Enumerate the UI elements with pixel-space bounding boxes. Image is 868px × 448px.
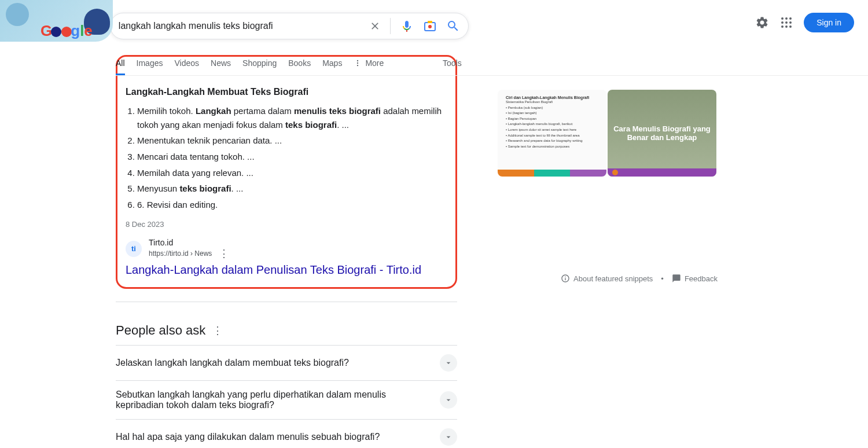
- featured-snippet-date: 8 Dec 2023: [126, 220, 447, 229]
- search-input[interactable]: [119, 21, 369, 31]
- source-url: https://tirto.id › News: [149, 249, 212, 258]
- featured-snippet-heading: Langkah-Langkah Membuat Teks Biografi: [126, 87, 447, 97]
- tab-more[interactable]: More: [354, 53, 384, 75]
- tab-shopping[interactable]: Shopping: [242, 53, 277, 75]
- svg-point-7: [785, 21, 788, 24]
- svg-point-8: [789, 21, 792, 24]
- more-vertical-icon: [354, 59, 362, 67]
- svg-point-14: [357, 65, 358, 66]
- result-image-thumbnail[interactable]: Cara Menulis Biografi yang Benar dan Len…: [608, 90, 716, 177]
- paa-question[interactable]: Hal hal apa saja yang dilakukan dalam me…: [116, 419, 457, 448]
- apps-icon[interactable]: [779, 16, 793, 30]
- paa-title: People also ask: [116, 323, 205, 338]
- clear-icon[interactable]: [369, 20, 381, 32]
- chevron-down-icon: [440, 391, 457, 409]
- svg-point-4: [785, 17, 788, 20]
- settings-icon[interactable]: [755, 16, 769, 30]
- featured-snippet-list: Memilih tokoh. Langkah pertama dalam men…: [137, 103, 447, 213]
- list-item: Menyusun teks biografi. ...: [137, 181, 447, 197]
- result-menu-icon[interactable]: ⋮: [215, 247, 233, 260]
- svg-point-13: [357, 63, 358, 64]
- svg-point-10: [785, 25, 788, 28]
- paa-question-text: Hal hal apa saja yang dilakukan dalam me…: [116, 432, 440, 442]
- chevron-down-icon: [440, 428, 457, 446]
- paa-question[interactable]: Sebutkan langkah langkah yang perlu dipe…: [116, 380, 457, 419]
- google-logo[interactable]: Ggle: [41, 22, 93, 40]
- snippet-feedback-link[interactable]: Feedback: [672, 274, 718, 283]
- search-by-image-icon[interactable]: [423, 19, 437, 33]
- divider: [390, 18, 391, 34]
- paa-question-text: Jelaskan langkah langkah dalam membuat t…: [116, 358, 440, 368]
- svg-point-11: [789, 25, 792, 28]
- tab-news[interactable]: News: [211, 53, 231, 75]
- svg-point-5: [789, 17, 792, 20]
- sign-in-button[interactable]: Sign in: [804, 13, 854, 32]
- featured-snippet-highlight: Langkah-Langkah Membuat Teks Biografi Me…: [116, 55, 457, 289]
- list-item: Mencari data tentang tokoh. ...: [137, 149, 447, 165]
- paa-menu-icon[interactable]: ⋮: [212, 324, 223, 337]
- search-bar[interactable]: [110, 13, 469, 39]
- svg-point-12: [357, 60, 358, 61]
- source-favicon: ti: [126, 241, 142, 257]
- people-also-ask: People also ask ⋮ Jelaskan langkah langk…: [116, 323, 457, 448]
- tab-all[interactable]: All: [116, 53, 125, 75]
- tools-link[interactable]: Tools: [443, 58, 462, 68]
- results-tabs: All Images Videos News Shopping Books Ma…: [116, 53, 868, 76]
- paa-question[interactable]: Jelaskan langkah langkah dalam membuat t…: [116, 345, 457, 380]
- voice-search-icon[interactable]: [400, 19, 414, 33]
- svg-point-6: [781, 21, 784, 24]
- tab-books[interactable]: Books: [288, 53, 311, 75]
- about-featured-snippets-link[interactable]: About featured snippets: [561, 274, 653, 283]
- paa-question-text: Sebutkan langkah langkah yang perlu dipe…: [116, 390, 440, 410]
- svg-rect-2: [428, 21, 432, 23]
- tab-videos[interactable]: Videos: [174, 53, 199, 75]
- search-icon[interactable]: [446, 19, 460, 33]
- feedback-icon: [672, 274, 681, 283]
- tab-maps[interactable]: Maps: [322, 53, 342, 75]
- source-name: Tirto.id: [149, 238, 233, 247]
- chevron-down-icon: [440, 354, 457, 372]
- svg-point-3: [781, 17, 784, 20]
- list-item: 6. Revisi dan editing.: [137, 197, 447, 213]
- list-item: Menentukan teknik pencarian data. ...: [137, 133, 447, 149]
- svg-point-1: [428, 25, 432, 28]
- info-icon: [561, 274, 570, 283]
- result-image-thumbnail[interactable]: Ciri dan Langkah-Langkah Menulis Biograf…: [498, 90, 606, 177]
- svg-point-9: [781, 25, 784, 28]
- list-item: Memilih tokoh. Langkah pertama dalam men…: [137, 103, 447, 133]
- tab-images[interactable]: Images: [137, 53, 163, 75]
- list-item: Memilah data yang relevan. ...: [137, 165, 447, 181]
- featured-snippet-title-link[interactable]: Langkah-Langkah dalam Penulisan Teks Bio…: [126, 263, 447, 277]
